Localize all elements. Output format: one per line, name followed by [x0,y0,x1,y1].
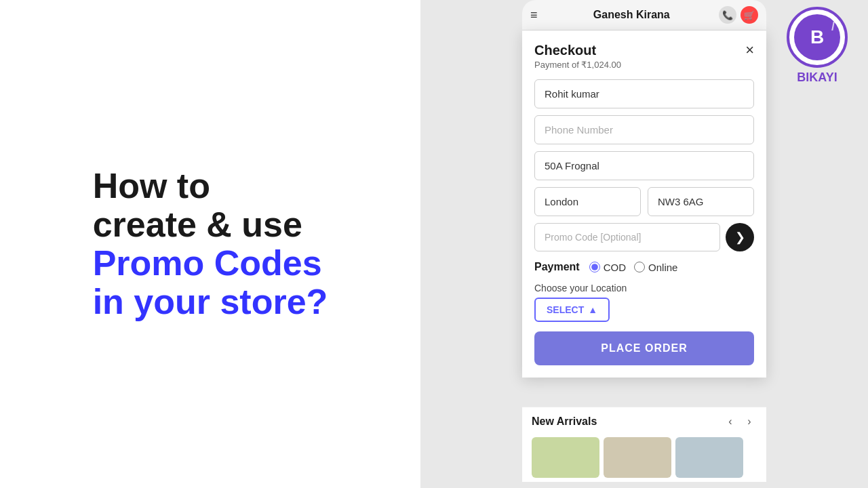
store-name: Ganesh Kirana [545,9,719,21]
nav-arrows: ‹ › [723,414,757,429]
product-thumb-2[interactable] [604,437,671,478]
checkout-title: Checkout [534,43,621,58]
cod-radio[interactable] [589,262,600,272]
name-field[interactable] [534,79,754,108]
hero-line4: in your store? [93,283,328,321]
phone-field[interactable] [534,115,754,144]
bikayi-letter: B [810,26,824,48]
promo-row: ❯ [534,223,754,251]
online-label: Online [648,262,677,273]
location-label: Choose your Location [534,283,754,293]
location-section: Choose your Location SELECT ▲ [534,283,754,322]
hero-line3: Promo Codes [93,244,328,283]
hero-line2: create & use [93,205,328,244]
payment-section: Payment COD Online [534,261,754,273]
bikayi-name: BIKAYI [797,70,837,85]
select-location-button[interactable]: SELECT ▲ [534,298,610,322]
phone-mockup: ≡ Ganesh Kirana 📞 🛒 Checkout Payment of … [502,0,787,488]
city-field[interactable] [534,187,641,216]
promo-arrow-icon: ❯ [735,230,745,245]
modal-header: Checkout Payment of ₹1,024.00 × [534,43,754,70]
phone-topbar: ≡ Ganesh Kirana 📞 🛒 [522,0,766,30]
nav-right-arrow[interactable]: › [742,414,757,429]
select-label: SELECT [547,304,584,315]
postcode-field[interactable] [648,187,754,216]
nav-left-arrow[interactable]: ‹ [723,414,738,429]
topbar-icons: 📞 🛒 [719,6,758,24]
cod-option[interactable]: COD [589,262,626,273]
close-button[interactable]: × [745,43,754,58]
checkout-title-block: Checkout Payment of ₹1,024.00 [534,43,621,70]
hero-line1: How to [93,167,328,205]
call-icon[interactable]: 📞 [719,6,736,24]
hero-text-block: How to create & use Promo Codes in your … [93,167,328,322]
checkout-modal: Checkout Payment of ₹1,024.00 × ❯ [522,30,766,378]
new-arrivals-section: New Arrivals ‹ › [522,407,766,482]
hero-section: How to create & use Promo Codes in your … [0,0,420,488]
payment-options: COD Online [589,262,678,273]
online-option[interactable]: Online [634,262,677,273]
bikayi-inner-logo: B [794,14,840,60]
online-radio[interactable] [634,262,645,272]
bikayi-circle: B [787,7,848,68]
new-arrivals-title: New Arrivals [532,415,597,428]
product-thumb-3[interactable] [675,437,743,478]
bikayi-logo: B BIKAYI [787,7,848,85]
address-field[interactable] [534,151,754,180]
cod-label: COD [604,262,626,273]
phone-section: ≡ Ganesh Kirana 📞 🛒 Checkout Payment of … [420,0,868,488]
payment-amount: Payment of ₹1,024.00 [534,60,621,70]
payment-label: Payment [534,261,580,273]
hamburger-icon[interactable]: ≡ [530,8,538,22]
new-arrivals-header: New Arrivals ‹ › [522,407,766,433]
select-arrow-icon: ▲ [588,304,597,315]
product-thumbnails [522,433,766,482]
city-postcode-row [534,187,754,216]
product-thumb-1[interactable] [532,437,599,478]
promo-submit-button[interactable]: ❯ [726,223,754,251]
cart-icon[interactable]: 🛒 [741,6,758,24]
promo-input[interactable] [534,223,720,251]
place-order-button[interactable]: PLACE ORDER [534,331,754,365]
